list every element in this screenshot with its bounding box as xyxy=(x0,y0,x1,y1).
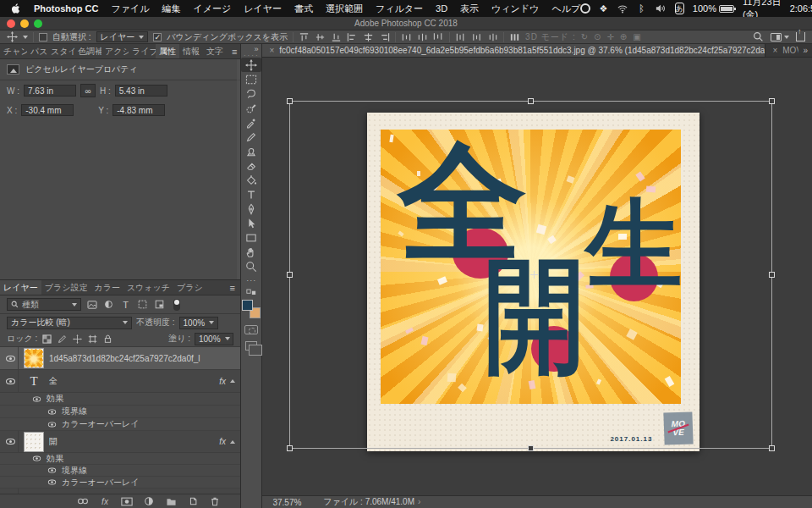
transform-handle[interactable] xyxy=(528,445,534,451)
pen-tool[interactable] xyxy=(241,202,261,216)
dropbox-icon[interactable]: ❖ xyxy=(599,3,608,15)
menu-layer[interactable]: レイヤー xyxy=(244,3,282,15)
auto-select-checkbox[interactable] xyxy=(39,33,47,41)
spot-healing-tool[interactable] xyxy=(241,130,261,144)
align-top-icon[interactable] xyxy=(299,32,310,42)
tab-info[interactable]: 情報 xyxy=(179,44,203,58)
type-tool[interactable] xyxy=(241,187,261,202)
width-field[interactable]: 7.63 in xyxy=(24,85,76,97)
tab-character[interactable]: 文字 xyxy=(203,44,227,58)
menu-3d[interactable]: 3D xyxy=(436,3,447,14)
tab-libraries[interactable]: ライブラリ xyxy=(129,44,156,58)
fx-badge[interactable]: fx xyxy=(219,437,226,446)
menu-type[interactable]: 書式 xyxy=(294,3,313,15)
distribute-top-icon[interactable] xyxy=(401,32,412,42)
blend-mode-dropdown[interactable]: カラー比較 (暗) xyxy=(7,317,132,329)
lock-artboard-icon[interactable] xyxy=(87,334,98,344)
menu-select[interactable]: 選択範囲 xyxy=(326,3,363,15)
layer-style-icon[interactable]: fx xyxy=(98,497,112,506)
zoom-level[interactable]: 37.57% xyxy=(272,498,301,507)
transform-handle[interactable] xyxy=(287,272,293,278)
volume-icon[interactable] xyxy=(655,3,667,15)
link-layers-icon[interactable] xyxy=(76,497,90,505)
canvas-area[interactable]: 全 生 開 2017.01.13 MO VE xyxy=(262,58,812,495)
transform-handle[interactable] xyxy=(769,445,775,451)
edit-toolbar-icon[interactable]: ··· xyxy=(246,277,256,284)
distribute-vertical-icon[interactable] xyxy=(417,32,428,42)
collapse-effects-icon[interactable] xyxy=(230,440,235,444)
lock-all-icon[interactable] xyxy=(102,334,113,344)
battery-indicator[interactable]: 100% xyxy=(693,3,734,14)
document-tab-secondary[interactable]: × MOV xyxy=(765,44,798,57)
distribute-bottom-icon[interactable] xyxy=(433,32,444,42)
visibility-eye-icon[interactable] xyxy=(6,356,15,362)
move-tool-options-icon[interactable] xyxy=(7,31,18,42)
filter-shape-layers-icon[interactable] xyxy=(136,300,149,309)
auto-select-dropdown[interactable]: レイヤー xyxy=(96,31,149,42)
bounding-box-checkbox[interactable]: ✓ xyxy=(153,33,162,41)
tab-channels[interactable]: チャンネル xyxy=(0,44,27,58)
tool-preset-caret[interactable] xyxy=(23,36,28,39)
height-field[interactable]: 5.43 in xyxy=(115,85,167,97)
layer-filter-dropdown[interactable]: 種類 xyxy=(7,298,81,311)
3d-slide-icon[interactable]: ⊕ xyxy=(620,32,628,41)
color-overlay-effect-row[interactable]: カラーオーバーレイ xyxy=(0,477,240,489)
properties-scrollbar[interactable] xyxy=(237,59,240,279)
share-icon[interactable] xyxy=(796,32,805,41)
tab-brushes[interactable]: ブラシ xyxy=(173,280,206,295)
tab-adjustments[interactable]: 色調補正 xyxy=(74,44,102,58)
new-group-icon[interactable] xyxy=(164,497,178,506)
tab-properties[interactable]: 属性 xyxy=(156,44,179,58)
menu-window[interactable]: ウィンドウ xyxy=(491,3,539,15)
align-horizontal-center-icon[interactable] xyxy=(363,32,374,42)
quick-mask-icon[interactable] xyxy=(244,325,258,334)
fx-badge[interactable]: fx xyxy=(219,377,226,386)
fill-dropdown[interactable]: 100% xyxy=(195,333,233,345)
creative-cloud-icon[interactable] xyxy=(580,3,590,15)
collapse-effects-icon[interactable] xyxy=(230,379,235,383)
lock-pixels-icon[interactable] xyxy=(57,334,68,344)
stroke-effect-row[interactable]: 境界線 xyxy=(0,465,240,477)
distribute-left-icon[interactable] xyxy=(455,32,466,42)
layer-row-kai[interactable]: 開 fx xyxy=(0,431,240,453)
filter-pixel-layers-icon[interactable] xyxy=(85,301,98,309)
3d-pan-icon[interactable]: ✛ xyxy=(606,32,614,41)
wifi-icon[interactable] xyxy=(617,3,628,15)
menu-help[interactable]: ヘルプ xyxy=(551,3,580,15)
tab-styles[interactable]: スタイル xyxy=(47,44,74,58)
layer-name[interactable]: 1d45a873d1d82bc24cf25a7927c2da0f_l xyxy=(49,354,235,363)
screen-mode-icon[interactable] xyxy=(245,341,257,351)
filter-smart-objects-icon[interactable] xyxy=(153,300,166,309)
tab-color[interactable]: カラー xyxy=(91,280,123,295)
transform-handle[interactable] xyxy=(528,98,534,104)
path-selection-tool[interactable] xyxy=(241,216,261,230)
3d-roll-icon[interactable]: ⊙ xyxy=(594,32,601,41)
eraser-tool[interactable] xyxy=(241,158,261,173)
close-tab-icon[interactable]: × xyxy=(269,46,274,55)
filter-type-layers-icon[interactable]: T xyxy=(119,300,132,310)
align-vertical-center-icon[interactable] xyxy=(315,32,326,42)
layer-filter-toggle[interactable] xyxy=(173,299,180,311)
workspace-switcher[interactable] xyxy=(771,33,789,41)
menu-view[interactable]: 表示 xyxy=(460,3,479,15)
transform-handle[interactable] xyxy=(769,98,775,104)
foreground-color-swatch[interactable] xyxy=(242,300,253,311)
tab-paths[interactable]: パス xyxy=(27,44,47,58)
ime-icon[interactable]: あ xyxy=(675,3,684,14)
document-tab[interactable]: × fc0cf48a050157e049cf6930108ee740_6da2e… xyxy=(262,44,765,57)
menu-filter[interactable]: フィルター xyxy=(376,3,423,15)
visibility-eye-icon[interactable] xyxy=(6,378,15,384)
shape-tool[interactable] xyxy=(241,230,261,245)
filter-adjustment-layers-icon[interactable] xyxy=(102,300,115,309)
tab-layers[interactable]: レイヤー xyxy=(0,280,41,295)
menu-file[interactable]: ファイル xyxy=(111,3,149,15)
tab-actions[interactable]: アクション xyxy=(102,44,129,58)
transform-handle[interactable] xyxy=(769,272,775,278)
menu-app-name[interactable]: Photoshop CC xyxy=(34,3,98,14)
gradient-tool[interactable] xyxy=(241,173,261,187)
quick-selection-tool[interactable] xyxy=(241,101,261,115)
zoom-tool[interactable] xyxy=(241,259,261,273)
menu-image[interactable]: イメージ xyxy=(193,3,231,15)
layer-name[interactable]: 全 xyxy=(49,375,214,387)
delete-layer-icon[interactable] xyxy=(208,496,222,506)
